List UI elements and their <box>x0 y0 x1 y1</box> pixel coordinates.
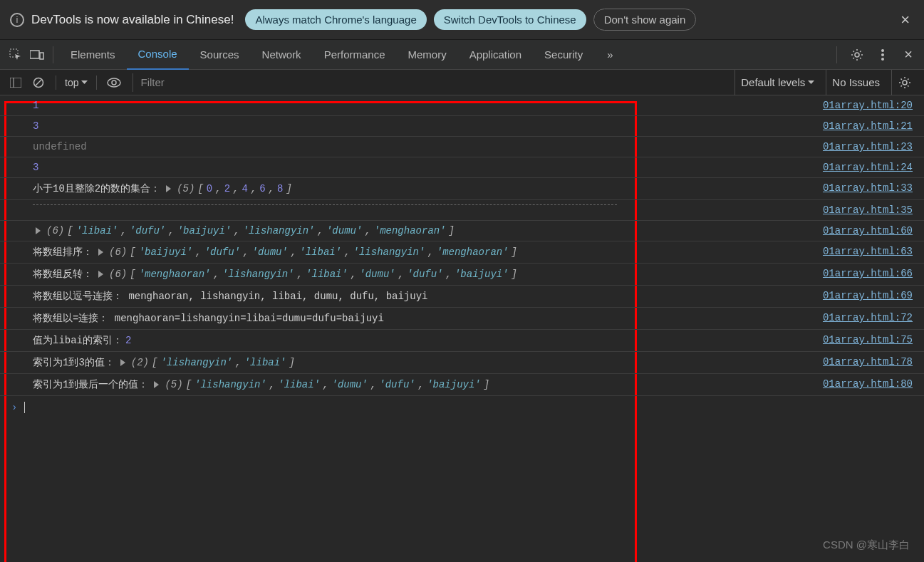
tab-network[interactable]: Network <box>251 40 313 70</box>
svg-point-6 <box>881 58 884 61</box>
close-infobar-icon[interactable]: × <box>896 11 914 29</box>
info-icon: i <box>10 13 24 27</box>
source-link[interactable]: 01array.html:23 <box>823 141 924 152</box>
console-row: (6) ['libai', 'dufu', 'baijuyi', 'lishan… <box>0 221 924 241</box>
levels-label: Default levels <box>741 76 805 88</box>
tab-overflow[interactable]: » <box>596 40 624 70</box>
match-language-button[interactable]: Always match Chrome's language <box>245 9 426 30</box>
watermark: CSDN @寒山李白 <box>823 538 910 552</box>
console-row: 01array.html:35 <box>0 200 924 221</box>
source-link[interactable]: 01array.html:78 <box>823 356 924 368</box>
tab-sources[interactable]: Sources <box>189 40 251 70</box>
console-row: 将数组以逗号连接： menghaoran, lishangyin, libai,… <box>0 286 924 308</box>
context-selector[interactable]: top <box>65 77 88 88</box>
svg-rect-1 <box>30 51 39 58</box>
source-link[interactable]: 01array.html:60 <box>823 225 924 236</box>
more-menu-icon[interactable] <box>873 45 893 65</box>
console-row: 索引为1到3的值： (2) ['lishangyin', 'libai']01a… <box>0 352 924 374</box>
svg-point-12 <box>112 80 116 85</box>
expand-icon[interactable] <box>36 227 41 234</box>
console-row: 将数组以=连接： menghaoran=lishangyin=libai=dum… <box>0 308 924 330</box>
console-settings-icon[interactable] <box>891 70 917 95</box>
expand-icon[interactable] <box>166 185 171 192</box>
log-levels-dropdown[interactable]: Default levels <box>734 70 820 95</box>
console-toolbar: top Default levels No Issues <box>0 70 924 95</box>
separator <box>836 46 837 63</box>
svg-rect-2 <box>40 53 43 59</box>
source-link[interactable]: 01array.html:72 <box>823 312 924 323</box>
source-link[interactable]: 01array.html:80 <box>823 378 924 390</box>
svg-point-3 <box>855 53 859 57</box>
language-infobar: i DevTools is now available in Chinese! … <box>0 0 924 40</box>
context-label: top <box>65 77 78 88</box>
console-row: 值为libai的索引： 201array.html:75 <box>0 330 924 352</box>
separator <box>53 46 53 63</box>
tab-application[interactable]: Application <box>458 40 533 70</box>
console-output: 101array.html:20301array.html:21undefine… <box>0 95 924 562</box>
console-row: undefined01array.html:23 <box>0 137 924 157</box>
separator <box>96 76 97 90</box>
tab-memory[interactable]: Memory <box>397 40 458 70</box>
tab-performance[interactable]: Performance <box>313 40 397 70</box>
text-cursor <box>24 402 25 413</box>
inspect-icon[interactable] <box>6 45 26 65</box>
chevron-down-icon <box>81 80 88 85</box>
source-link[interactable]: 01array.html:20 <box>823 100 924 111</box>
prompt-caret-icon: › <box>11 402 17 413</box>
issues-label: No Issues <box>832 76 880 88</box>
expand-icon[interactable] <box>98 249 103 256</box>
svg-point-11 <box>108 78 120 87</box>
console-prompt[interactable]: › <box>0 396 924 419</box>
live-expression-icon[interactable] <box>105 74 123 91</box>
source-link[interactable]: 01array.html:63 <box>823 246 924 257</box>
source-link[interactable]: 01array.html:35 <box>823 204 924 216</box>
svg-rect-7 <box>10 78 21 88</box>
svg-line-10 <box>36 80 41 85</box>
console-row: 将数组排序： (6) ['baijuyi', 'dufu', 'dumu', '… <box>0 241 924 264</box>
source-link[interactable]: 01array.html:66 <box>823 268 924 279</box>
device-toolbar-icon[interactable] <box>27 45 47 65</box>
switch-chinese-button[interactable]: Switch DevTools to Chinese <box>434 9 586 30</box>
issues-button[interactable]: No Issues <box>826 70 886 95</box>
svg-point-5 <box>881 53 884 56</box>
source-link[interactable]: 01array.html:24 <box>823 162 924 173</box>
expand-icon[interactable] <box>120 359 125 366</box>
console-row: 301array.html:21 <box>0 116 924 137</box>
source-link[interactable]: 01array.html:69 <box>823 290 924 301</box>
console-row: 索引为1到最后一个的值： (5) ['lishangyin', 'libai',… <box>0 374 924 396</box>
svg-point-4 <box>881 49 884 52</box>
console-row: 小于10且整除2的数的集合： (5) [0, 2, 4, 6, 8]01arra… <box>0 178 924 200</box>
console-row: 将数组反转： (6) ['menghaoran', 'lishangyin', … <box>0 264 924 286</box>
console-row: 101array.html:20 <box>0 95 924 116</box>
filter-wrap <box>133 73 729 92</box>
expand-icon[interactable] <box>154 381 159 388</box>
settings-icon[interactable] <box>847 45 867 65</box>
source-link[interactable]: 01array.html:33 <box>823 182 924 194</box>
console-row: 301array.html:24 <box>0 157 924 178</box>
separator <box>56 76 56 90</box>
source-link[interactable]: 01array.html:21 <box>823 120 924 132</box>
source-link[interactable]: 01array.html:75 <box>823 334 924 345</box>
tab-console[interactable]: Console <box>127 40 189 70</box>
chevron-down-icon <box>808 80 814 85</box>
close-devtools-icon[interactable]: × <box>898 45 918 65</box>
tab-elements[interactable]: Elements <box>59 40 127 70</box>
toggle-sidebar-icon[interactable] <box>7 74 24 91</box>
infobar-message: DevTools is now available in Chinese! <box>31 13 234 27</box>
filter-input[interactable] <box>140 76 729 88</box>
devtools-tabbar: ElementsConsoleSourcesNetworkPerformance… <box>0 40 924 70</box>
expand-icon[interactable] <box>98 271 103 278</box>
clear-console-icon[interactable] <box>30 74 47 91</box>
svg-point-13 <box>903 80 907 85</box>
tab-security[interactable]: Security <box>533 40 594 70</box>
dont-show-again-button[interactable]: Don't show again <box>593 9 697 31</box>
